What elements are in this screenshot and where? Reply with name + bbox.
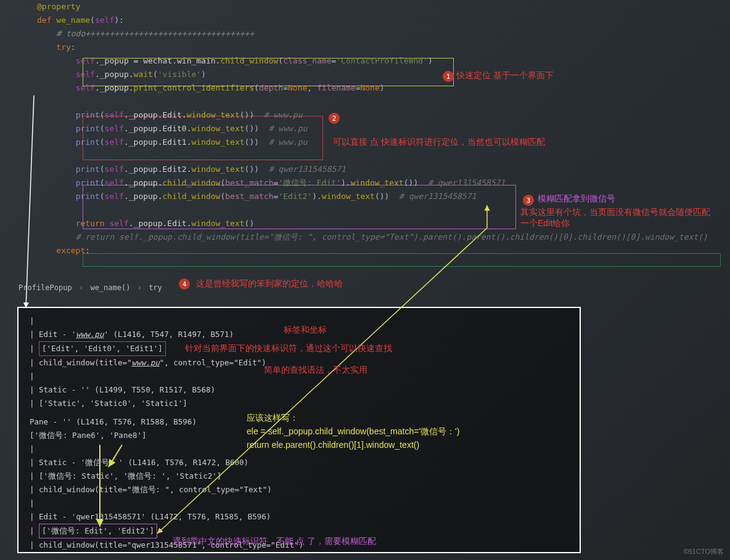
- assign: ._popup = wechat.win_main.: [95, 56, 221, 65]
- builtin: print: [76, 192, 100, 201]
- anno-should-1: 应该这样写：: [247, 413, 298, 424]
- self: self: [76, 56, 95, 65]
- attr: ._popup.Edit.: [124, 110, 187, 120]
- colon: :: [71, 43, 76, 52]
- paren: ()): [404, 178, 418, 187]
- paren: ): [201, 70, 206, 79]
- self: self: [105, 178, 124, 187]
- self: self: [105, 192, 124, 201]
- str: 'visible': [158, 70, 201, 79]
- attr: ._popup.Edit0.: [124, 124, 192, 133]
- fn: window_text: [187, 110, 240, 120]
- str: 'Edit2': [278, 192, 312, 201]
- paren: ()): [245, 124, 259, 133]
- self: self: [105, 110, 124, 120]
- badge-3: 3: [523, 195, 534, 206]
- attr: ._popup.: [124, 178, 163, 187]
- paren: ()): [375, 192, 389, 201]
- kw-return: return: [76, 219, 105, 228]
- builtin: print: [76, 110, 100, 120]
- kw-try: try: [56, 43, 70, 52]
- attr: ._popup.Edit.: [129, 219, 192, 228]
- self: self: [105, 137, 124, 147]
- comment: # qwer1315458571: [269, 164, 346, 174]
- paren: (: [278, 56, 283, 65]
- anno-chinese-id: 遇到带中文的快速标识符，不能 点 了，需要模糊匹配: [173, 536, 376, 547]
- self: self: [76, 83, 95, 92]
- self: self: [105, 164, 124, 174]
- fn: child_window: [163, 178, 221, 187]
- comment: # www.pu: [269, 137, 308, 147]
- colon: :: [85, 246, 90, 255]
- annotation-1: 快速定位 基于一个界面下: [456, 70, 554, 81]
- builtin: print: [76, 178, 100, 187]
- annotation-3b: 其实这里有个坑，当页面没有微信号就会随便匹配一个Edit给你: [520, 207, 718, 229]
- eq: =: [283, 83, 288, 92]
- fn: child_window: [163, 192, 221, 201]
- paren: ): [380, 83, 385, 92]
- fn: window_text: [191, 137, 244, 147]
- kwarg: class_name: [283, 56, 331, 65]
- fn: window_text: [191, 219, 244, 228]
- builtin: print: [76, 164, 100, 174]
- fast-idents-edit2: ['微信号: Edit', 'Edit2']: [39, 524, 157, 538]
- fn: window_text: [191, 164, 244, 174]
- none: None: [360, 83, 379, 92]
- paren: ).: [312, 192, 322, 201]
- badge-2: 2: [329, 113, 340, 124]
- self: self: [109, 219, 128, 228]
- paren: ()): [245, 137, 259, 147]
- paren: (: [100, 110, 105, 120]
- comment-todo: # todo++++++++++++++++++++++++++++++++++…: [56, 29, 254, 38]
- crumb-method[interactable]: we_name(): [90, 283, 130, 292]
- chevron-right-icon: ›: [137, 283, 142, 292]
- str: 'ContactProfileWnd': [336, 56, 428, 65]
- anno-simple: 简单的查找语法，不太实用: [264, 365, 367, 376]
- annotation-3a: 模糊匹配拿到微信号: [538, 193, 615, 205]
- fn: window_text: [322, 192, 375, 201]
- param-self: self: [95, 15, 114, 25]
- out-line: | Edit - 'qwer1315458571' (L1472, T576, …: [30, 510, 568, 524]
- comment-old: # return self._popup.child_window(title=…: [76, 232, 708, 241]
- paren: ()): [245, 164, 259, 174]
- kwarg: filename: [317, 83, 356, 92]
- paren: ).: [341, 178, 351, 187]
- crumb-class[interactable]: ProfilePopup: [18, 283, 72, 292]
- attr: ._popup.: [95, 70, 134, 79]
- fn: print_control_identifiers: [134, 83, 255, 92]
- out-line: | Static - '' (L1499, T550, R1517, B568): [30, 383, 568, 397]
- paren: (: [90, 15, 95, 25]
- anno-should-2: ele = self._popup.child_window(best_matc…: [247, 426, 459, 437]
- paren: (: [100, 178, 105, 187]
- builtin: print: [76, 137, 100, 147]
- paren: (): [245, 219, 255, 228]
- watermark: ©51CTO博客: [684, 547, 724, 556]
- kw-def: def: [37, 15, 51, 25]
- anno-fast-id: 针对当前界面下的快速标识符，通过这个可以快速查找: [185, 343, 392, 354]
- attr: ._popup.Edit1.: [124, 137, 192, 147]
- builtin: print: [76, 124, 100, 133]
- chevron-right-icon: ›: [79, 283, 83, 292]
- attr: ._popup.: [95, 83, 134, 92]
- comma: ,: [307, 83, 317, 92]
- breadcrumbs[interactable]: ProfilePopup › we_name() › try: [18, 283, 162, 292]
- paren: (: [254, 83, 259, 92]
- annotation-2: 可以直接 点 快速标识符进行定位，当然也可以模糊匹配: [333, 137, 545, 148]
- out-line: | ['微信号: Static', '微信号: ', 'Static2']: [30, 469, 568, 483]
- fn: wait: [134, 70, 153, 79]
- crumb-block[interactable]: try: [149, 283, 162, 292]
- comment: # www.pu: [269, 124, 308, 133]
- decorator: @property: [37, 2, 80, 11]
- anno-label-coords: 标签和坐标: [284, 325, 327, 336]
- badge-4: 4: [179, 278, 190, 290]
- kwarg: best_match: [225, 178, 273, 187]
- paren: (: [153, 70, 158, 79]
- out-line: | ['Static', 'Static0', 'Static1']: [30, 397, 568, 410]
- comment: # qwer1315458571: [428, 178, 505, 187]
- fn-name: we_name: [51, 15, 90, 25]
- out-line: | Static - '微信号: ' (L1416, T576, R1472, …: [30, 456, 568, 469]
- out-line: | child_window(title="微信号: ", control_ty…: [30, 483, 568, 497]
- self: self: [105, 124, 124, 133]
- paren: (: [100, 124, 105, 133]
- attr: ._popup.: [124, 192, 163, 201]
